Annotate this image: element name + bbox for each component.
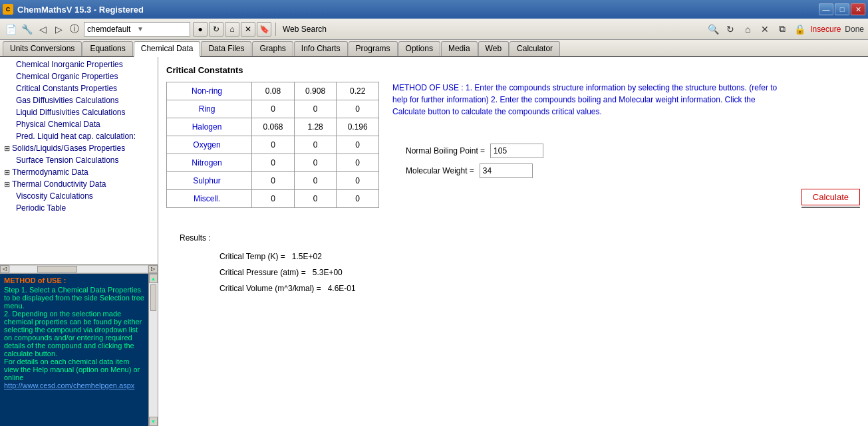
house-icon[interactable]: ⌂ [741, 23, 754, 36]
search-area: Web Search [283, 25, 327, 34]
table-row: Nitrogen 0 0 0 [167, 154, 379, 172]
critical-temp-label: Critical Temp (K) = [219, 252, 285, 261]
tab-web[interactable]: Web [478, 41, 509, 56]
sidebar-scrollbar[interactable]: ◁ ▷ [0, 264, 158, 273]
minimize-button[interactable]: — [819, 3, 833, 15]
critical-volume-label: Critical Volume (m^3/kmal) = [219, 284, 321, 293]
sidebar-item-thermal[interactable]: Thermal Conductivity Data [0, 178, 158, 190]
ring-v3: 0 [337, 100, 379, 118]
help-link[interactable]: http://www.cesd.com/chemhelpgen.aspx [4, 381, 134, 389]
address-bar[interactable]: chemdefault ▼ [84, 22, 190, 37]
ring-v2: 0 [294, 100, 337, 118]
maximize-button[interactable]: □ [835, 3, 849, 15]
sidebar-item-inorganic[interactable]: Chemical Inorganic Properties [0, 58, 158, 70]
tab-options[interactable]: Options [398, 41, 440, 56]
critical-volume-value: 4.6E-01 [328, 284, 356, 293]
bookmark-button[interactable]: 🔖 [257, 22, 271, 37]
miscell-button[interactable]: Miscell. [167, 190, 247, 207]
sidebar-item-liquiddiff[interactable]: Liquid Diffusivities Calculations [0, 106, 158, 118]
sulphur-button[interactable]: Sulphur [167, 172, 247, 189]
oxygen-button[interactable]: Oxygen [167, 136, 247, 154]
nonring-v1: 0.08 [252, 82, 295, 100]
copy-icon[interactable]: ⧉ [776, 23, 789, 36]
boiling-point-row: Normal Boiling Point = [406, 144, 543, 158]
oxygen-v2: 0 [294, 136, 337, 154]
hscroll-track[interactable] [9, 265, 148, 273]
boiling-point-label: Normal Boiling Point = [406, 146, 485, 156]
web-search-label: Web Search [283, 25, 327, 34]
tab-datafiles[interactable]: Data Files [201, 41, 251, 56]
sidebar-item-periodic[interactable]: Periodic Table [0, 202, 158, 214]
tab-units[interactable]: Units Conversions [3, 41, 82, 56]
app-icon: C [3, 4, 13, 15]
content-title: Critical Constatnts [166, 65, 860, 76]
sidebar-item-viscosity[interactable]: Viscosity Calculations [0, 190, 158, 202]
new-icon[interactable]: 📄 [4, 23, 17, 36]
tab-graphs[interactable]: Graphs [252, 41, 293, 56]
molecular-weight-label: Molecular Weight = [406, 166, 474, 175]
sidebar-item-thermo[interactable]: Thermodynamic Data [0, 166, 158, 178]
sidebar-item-solids[interactable]: Solids/Liquids/Gases Properties [0, 142, 158, 154]
scroll-up-arrow[interactable]: ▲ [149, 274, 158, 283]
top-row: Non-ring 0.08 0.908 0.22 Ring 0 0 [166, 82, 860, 208]
refresh-button[interactable]: ↻ [209, 22, 223, 37]
hscroll-thumb [37, 266, 77, 272]
molecular-weight-input[interactable] [480, 163, 533, 178]
halogen-v2: 1.28 [294, 118, 337, 136]
nitrogen-button[interactable]: Nitrogen [167, 154, 247, 171]
search-icon[interactable]: 🔍 [706, 23, 720, 36]
toolbar-right: 🔍 ↻ ⌂ ✕ ⧉ 🔒 Insecure Done [706, 23, 864, 36]
navigate-go-button[interactable]: ● [193, 22, 208, 37]
x-icon[interactable]: ✕ [758, 23, 772, 36]
miscell-v3: 0 [337, 190, 379, 208]
results-label: Results : [180, 233, 211, 243]
info-icon[interactable]: ⓘ [68, 23, 81, 36]
method-of-use: METHOD OF USE : 1. Enter the compounds s… [392, 82, 778, 130]
boiling-point-input[interactable] [490, 144, 543, 158]
scroll-thumb [150, 284, 156, 311]
table-row: Miscell. 0 0 0 [167, 190, 379, 208]
home-button[interactable]: ⌂ [225, 22, 239, 37]
scroll-right-arrow[interactable]: ▷ [148, 265, 158, 273]
sidebar-item-surface[interactable]: Surface Tension Calculations [0, 154, 158, 166]
toolbar: 📄 🔧 ◁ ▷ ⓘ chemdefault ▼ ● ↻ ⌂ ✕ 🔖 Web Se… [0, 19, 868, 40]
reload-icon[interactable]: ↻ [724, 23, 737, 36]
stop-button[interactable]: ✕ [241, 22, 255, 37]
address-dropdown-arrow[interactable]: ▼ [137, 25, 187, 33]
table-row: Non-ring 0.08 0.908 0.22 [167, 82, 379, 100]
scroll-left-arrow[interactable]: ◁ [0, 265, 9, 273]
sulphur-v3: 0 [337, 172, 379, 190]
table-row: Oxygen 0 0 0 [167, 136, 379, 154]
sidebar-item-predliquid[interactable]: Pred. Liquid heat cap. calculation: [0, 130, 158, 142]
ring-button[interactable]: Ring [167, 100, 247, 118]
sidebar-item-organic[interactable]: Chemical Organic Properties [0, 70, 158, 82]
lock-icon[interactable]: 🔒 [793, 23, 806, 36]
sidebar-item-gasdiff[interactable]: Gas Diffusivities Calculations [0, 94, 158, 106]
ring-v1: 0 [252, 100, 295, 118]
nitrogen-v2: 0 [294, 154, 337, 172]
tab-chemical[interactable]: Chemical Data [134, 41, 201, 57]
close-button[interactable]: ✕ [851, 3, 865, 15]
nonring-button[interactable]: Non-ring [167, 82, 247, 100]
scroll-down-arrow[interactable]: ▼ [149, 417, 158, 426]
calculate-button[interactable]: Calculate [801, 189, 860, 205]
tab-media[interactable]: Media [441, 41, 478, 56]
nonring-v3: 0.22 [337, 82, 379, 100]
critical-pressure-value: 5.3E+00 [313, 268, 343, 277]
bottom-scrollbar[interactable]: ▲ ▼ [148, 274, 158, 426]
tab-equations[interactable]: Equations [82, 41, 132, 56]
back-icon[interactable]: ◁ [36, 23, 49, 36]
halogen-button[interactable]: Halogen [167, 118, 247, 136]
method-steps: Step 1. Select a Chemical Data Propertie… [4, 286, 154, 389]
sidebar-item-critical[interactable]: Critical Constants Properties [0, 82, 158, 94]
bottom-panel: METHOD of USE : Step 1. Select a Chemica… [0, 273, 158, 426]
insecure-label: Insecure [810, 25, 841, 34]
tab-calculator[interactable]: Calculator [509, 41, 560, 56]
done-label: Done [845, 25, 864, 34]
sidebar-item-physicalchem[interactable]: Physical Chemical Data [0, 118, 158, 130]
settings-icon[interactable]: 🔧 [20, 23, 33, 36]
tab-infocharts[interactable]: Info Charts [294, 41, 348, 56]
critical-volume-line: Critical Volume (m^3/kmal) = 4.6E-01 [219, 284, 860, 293]
tab-programs[interactable]: Programs [349, 41, 398, 56]
forward-icon[interactable]: ▷ [52, 23, 65, 36]
